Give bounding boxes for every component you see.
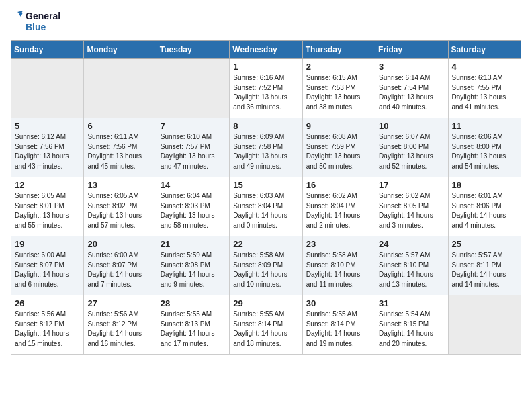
day-number: 26 xyxy=(15,298,80,308)
day-info: Sunrise: 6:05 AMSunset: 8:01 PMDaylight:… xyxy=(15,191,80,230)
day-number: 28 xyxy=(161,298,226,308)
day-info: Sunrise: 6:04 AMSunset: 8:03 PMDaylight:… xyxy=(161,191,226,230)
day-number: 3 xyxy=(379,62,444,72)
day-number: 13 xyxy=(87,180,152,190)
day-cell: 24 Sunrise: 5:57 AMSunset: 8:10 PMDaylig… xyxy=(375,236,448,295)
day-cell: 2 Sunrise: 6:15 AMSunset: 7:53 PMDayligh… xyxy=(302,59,375,118)
day-info: Sunrise: 6:08 AMSunset: 7:59 PMDaylight:… xyxy=(306,132,371,171)
day-number: 23 xyxy=(306,239,371,249)
day-cell: 13 Sunrise: 6:05 AMSunset: 8:02 PMDaylig… xyxy=(84,177,157,236)
col-header-tuesday: Tuesday xyxy=(157,41,229,59)
day-cell: 3 Sunrise: 6:14 AMSunset: 7:54 PMDayligh… xyxy=(375,59,448,118)
day-number: 12 xyxy=(15,180,80,190)
day-cell: 6 Sunrise: 6:11 AMSunset: 7:56 PMDayligh… xyxy=(84,118,157,177)
day-info: Sunrise: 6:02 AMSunset: 8:04 PMDaylight:… xyxy=(306,191,371,230)
page-header: General Blue xyxy=(11,11,521,32)
day-number: 29 xyxy=(233,298,298,308)
week-row-2: 5 Sunrise: 6:12 AMSunset: 7:56 PMDayligh… xyxy=(11,118,521,177)
day-number: 2 xyxy=(306,62,371,72)
day-number: 10 xyxy=(379,121,444,131)
day-number: 27 xyxy=(87,298,152,308)
day-info: Sunrise: 5:54 AMSunset: 8:15 PMDaylight:… xyxy=(379,310,444,349)
day-cell: 1 Sunrise: 6:16 AMSunset: 7:52 PMDayligh… xyxy=(230,59,302,118)
day-info: Sunrise: 6:13 AMSunset: 7:55 PMDaylight:… xyxy=(452,73,517,112)
day-info: Sunrise: 6:09 AMSunset: 7:58 PMDaylight:… xyxy=(233,132,298,171)
day-info: Sunrise: 6:14 AMSunset: 7:54 PMDaylight:… xyxy=(379,73,444,112)
day-info: Sunrise: 5:58 AMSunset: 8:09 PMDaylight:… xyxy=(233,250,298,289)
header-row: SundayMondayTuesdayWednesdayThursdayFrid… xyxy=(11,41,521,59)
day-info: Sunrise: 6:00 AMSunset: 8:07 PMDaylight:… xyxy=(87,250,152,289)
day-cell: 11 Sunrise: 6:06 AMSunset: 8:00 PMDaylig… xyxy=(448,118,521,177)
day-info: Sunrise: 5:56 AMSunset: 8:12 PMDaylight:… xyxy=(87,310,152,349)
day-cell: 21 Sunrise: 5:59 AMSunset: 8:08 PMDaylig… xyxy=(157,236,229,295)
day-number: 15 xyxy=(233,180,298,190)
day-info: Sunrise: 6:10 AMSunset: 7:57 PMDaylight:… xyxy=(161,132,226,171)
day-cell: 15 Sunrise: 6:03 AMSunset: 8:04 PMDaylig… xyxy=(230,177,302,236)
day-cell: 27 Sunrise: 5:56 AMSunset: 8:12 PMDaylig… xyxy=(84,295,157,355)
day-info: Sunrise: 5:57 AMSunset: 8:10 PMDaylight:… xyxy=(379,250,444,289)
day-number: 17 xyxy=(379,180,444,190)
day-number: 21 xyxy=(161,239,226,249)
day-info: Sunrise: 5:57 AMSunset: 8:11 PMDaylight:… xyxy=(452,250,517,289)
day-cell: 10 Sunrise: 6:07 AMSunset: 8:00 PMDaylig… xyxy=(375,118,448,177)
day-number: 20 xyxy=(87,239,152,249)
day-cell xyxy=(448,295,521,355)
day-info: Sunrise: 6:11 AMSunset: 7:56 PMDaylight:… xyxy=(87,132,152,171)
svg-marker-1 xyxy=(19,13,23,19)
day-number: 7 xyxy=(161,121,226,131)
col-header-wednesday: Wednesday xyxy=(230,41,302,59)
day-number: 14 xyxy=(161,180,226,190)
day-info: Sunrise: 6:12 AMSunset: 7:56 PMDaylight:… xyxy=(15,132,80,171)
day-cell: 29 Sunrise: 5:55 AMSunset: 8:14 PMDaylig… xyxy=(230,295,302,355)
day-cell: 7 Sunrise: 6:10 AMSunset: 7:57 PMDayligh… xyxy=(157,118,229,177)
day-cell: 9 Sunrise: 6:08 AMSunset: 7:59 PMDayligh… xyxy=(302,118,375,177)
day-cell: 19 Sunrise: 6:00 AMSunset: 8:07 PMDaylig… xyxy=(11,236,84,295)
day-number: 25 xyxy=(452,239,517,249)
day-number: 24 xyxy=(379,239,444,249)
day-cell: 30 Sunrise: 5:55 AMSunset: 8:14 PMDaylig… xyxy=(302,295,375,355)
week-row-5: 26 Sunrise: 5:56 AMSunset: 8:12 PMDaylig… xyxy=(11,295,521,355)
day-cell: 12 Sunrise: 6:05 AMSunset: 8:01 PMDaylig… xyxy=(11,177,84,236)
day-info: Sunrise: 5:56 AMSunset: 8:12 PMDaylight:… xyxy=(15,310,80,349)
day-info: Sunrise: 6:03 AMSunset: 8:04 PMDaylight:… xyxy=(233,191,298,230)
day-info: Sunrise: 6:01 AMSunset: 8:06 PMDaylight:… xyxy=(452,191,517,230)
logo-general: General xyxy=(26,11,60,21)
day-info: Sunrise: 6:05 AMSunset: 8:02 PMDaylight:… xyxy=(87,191,152,230)
day-number: 5 xyxy=(15,121,80,131)
day-number: 18 xyxy=(452,180,517,190)
day-cell: 26 Sunrise: 5:56 AMSunset: 8:12 PMDaylig… xyxy=(11,295,84,355)
col-header-saturday: Saturday xyxy=(448,41,521,59)
day-info: Sunrise: 5:55 AMSunset: 8:13 PMDaylight:… xyxy=(161,310,226,349)
col-header-sunday: Sunday xyxy=(11,41,84,59)
day-cell xyxy=(157,59,229,118)
day-number: 11 xyxy=(452,121,517,131)
day-number: 9 xyxy=(306,121,371,131)
day-info: Sunrise: 6:07 AMSunset: 8:00 PMDaylight:… xyxy=(379,132,444,171)
day-cell: 28 Sunrise: 5:55 AMSunset: 8:13 PMDaylig… xyxy=(157,295,229,355)
day-info: Sunrise: 6:02 AMSunset: 8:05 PMDaylight:… xyxy=(379,191,444,230)
day-cell: 23 Sunrise: 5:58 AMSunset: 8:10 PMDaylig… xyxy=(302,236,375,295)
day-cell: 16 Sunrise: 6:02 AMSunset: 8:04 PMDaylig… xyxy=(302,177,375,236)
day-cell: 18 Sunrise: 6:01 AMSunset: 8:06 PMDaylig… xyxy=(448,177,521,236)
day-cell: 25 Sunrise: 5:57 AMSunset: 8:11 PMDaylig… xyxy=(448,236,521,295)
day-number: 6 xyxy=(87,121,152,131)
day-cell xyxy=(11,59,84,118)
calendar-table: SundayMondayTuesdayWednesdayThursdayFrid… xyxy=(11,40,521,355)
day-info: Sunrise: 6:16 AMSunset: 7:52 PMDaylight:… xyxy=(233,73,298,112)
day-number: 4 xyxy=(452,62,517,72)
col-header-thursday: Thursday xyxy=(302,41,375,59)
week-row-3: 12 Sunrise: 6:05 AMSunset: 8:01 PMDaylig… xyxy=(11,177,521,236)
col-header-monday: Monday xyxy=(84,41,157,59)
day-cell: 17 Sunrise: 6:02 AMSunset: 8:05 PMDaylig… xyxy=(375,177,448,236)
day-info: Sunrise: 6:15 AMSunset: 7:53 PMDaylight:… xyxy=(306,73,371,112)
day-number: 30 xyxy=(306,298,371,308)
day-number: 31 xyxy=(379,298,444,308)
day-cell: 22 Sunrise: 5:58 AMSunset: 8:09 PMDaylig… xyxy=(230,236,302,295)
day-info: Sunrise: 5:59 AMSunset: 8:08 PMDaylight:… xyxy=(161,250,226,289)
day-cell: 20 Sunrise: 6:00 AMSunset: 8:07 PMDaylig… xyxy=(84,236,157,295)
day-cell xyxy=(84,59,157,118)
day-info: Sunrise: 6:06 AMSunset: 8:00 PMDaylight:… xyxy=(452,132,517,171)
logo-bird-icon xyxy=(11,11,24,24)
day-info: Sunrise: 6:00 AMSunset: 8:07 PMDaylight:… xyxy=(15,250,80,289)
day-number: 19 xyxy=(15,239,80,249)
